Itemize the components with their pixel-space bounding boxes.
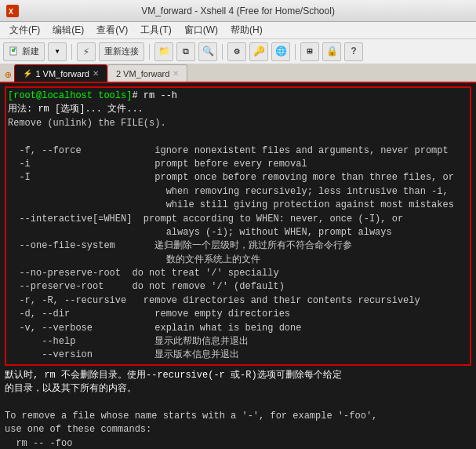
search-icon[interactable]: 🔍	[198, 42, 217, 61]
help-icon[interactable]: ?	[344, 42, 363, 61]
tab-bar: ⊕ ⚡ 1 VM_forward ✕ 2 VM_forward ✕	[0, 64, 476, 83]
folder-icon[interactable]: 📁	[154, 42, 173, 61]
highlighted-terminal-block: [root@localhost tools]# rm --h 用法: rm [选…	[5, 86, 471, 366]
new-label: 新建	[22, 46, 39, 57]
tab-1-close[interactable]: ✕	[93, 69, 99, 78]
tab-bar-icon: ⊕	[2, 68, 14, 82]
separator-3	[222, 44, 223, 60]
tab-2[interactable]: 2 VM_forward ✕	[107, 64, 187, 82]
tab-1[interactable]: ⚡ 1 VM_forward ✕	[14, 64, 107, 82]
terminal-normal-text: 默认时, rm 不会删除目录。使用--recursive(-r 或-R)选项可删…	[5, 369, 471, 449]
tab-1-label: 1 VM_forward	[35, 69, 89, 78]
menu-view[interactable]: 查看(V)	[90, 22, 134, 38]
terminal-highlighted-text: [root@localhost tools]# rm --h 用法: rm [选…	[8, 89, 468, 363]
menu-file[interactable]: 文件(F)	[3, 22, 46, 38]
apps-icon[interactable]: ⊞	[300, 42, 319, 61]
menu-tools[interactable]: 工具(T)	[134, 22, 177, 38]
dropdown-arrow[interactable]: ▾	[48, 42, 67, 61]
tab-2-label: 2 VM_forward	[116, 69, 169, 78]
window-title: VM_forward - Xshell 4 (Free for Home/Sch…	[141, 5, 335, 16]
copy-icon[interactable]: ⧉	[176, 42, 195, 61]
menu-bar: 文件(F) 编辑(E) 查看(V) 工具(T) 窗口(W) 帮助(H)	[0, 22, 476, 39]
terminal[interactable]: [root@localhost tools]# rm --h 用法: rm [选…	[0, 83, 476, 449]
menu-edit[interactable]: 编辑(E)	[46, 22, 90, 38]
reconnect-button[interactable]: 重新连接	[99, 42, 144, 61]
menu-help[interactable]: 帮助(H)	[224, 22, 269, 38]
menu-window[interactable]: 窗口(W)	[178, 22, 224, 38]
svg-text:X: X	[9, 8, 13, 16]
separator-4	[295, 44, 296, 60]
connect-icon[interactable]: ⚡	[77, 42, 96, 61]
tab-2-close[interactable]: ✕	[173, 69, 179, 78]
toolbar: 新建 ▾ ⚡ 重新连接 📁 ⧉ 🔍 ⚙ 🔑 🌐 ⊞ 🔒 ?	[0, 39, 476, 64]
lock-icon[interactable]: 🔒	[322, 42, 341, 61]
globe-icon[interactable]: 🌐	[271, 42, 290, 61]
app-icon: X	[6, 5, 19, 17]
separator-1	[71, 44, 72, 60]
separator-2	[149, 44, 150, 60]
new-button[interactable]: 新建	[3, 42, 45, 61]
key-icon[interactable]: 🔑	[249, 42, 268, 61]
config-icon[interactable]: ⚙	[227, 42, 246, 61]
reconnect-label: 重新连接	[104, 46, 139, 57]
title-bar: X VM_forward - Xshell 4 (Free for Home/S…	[0, 0, 476, 22]
